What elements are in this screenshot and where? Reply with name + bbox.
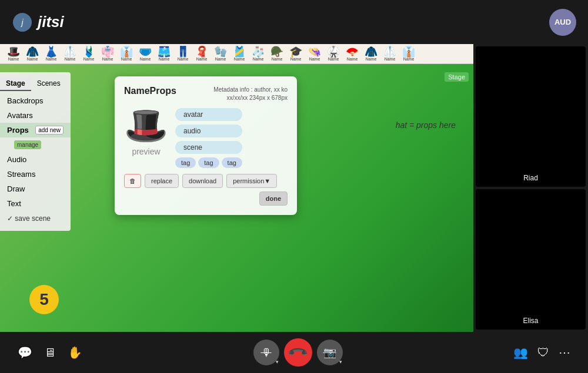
costume-item[interactable]: 🩲 Name [136, 46, 154, 61]
costume-item[interactable]: 👒 Name [306, 46, 323, 61]
jitsi-logo-icon: j [12, 12, 33, 33]
raise-hand-button[interactable]: ✋ [68, 345, 82, 359]
props-metadata: Metadata info : author, xx ko xx/xx/xx 2… [213, 86, 288, 102]
tag2-button[interactable]: tag [198, 157, 219, 168]
audio-category-button[interactable]: audio [175, 125, 242, 137]
props-name: NameProps [124, 86, 176, 102]
sidebar-item-backdrops[interactable]: Backdrops [0, 93, 71, 108]
participant-name-riad: Riad [519, 173, 543, 183]
bottom-bar: 💬 🖥 ✋ 🎙 ▾ 📞 📷 ▾ 👥 [0, 332, 588, 373]
tag3-button[interactable]: tag [222, 157, 242, 168]
microphone-muted-icon: 🎙 [261, 347, 272, 359]
done-button[interactable]: done [259, 191, 288, 206]
camera-off-icon: 📷 [323, 346, 336, 359]
more-options-button[interactable]: ⋯ [559, 345, 570, 359]
user-avatar-button[interactable]: AUD [549, 9, 576, 36]
stage-panel: 🎩 Name 🧥 Name 👗 Name 🥼 Name 🩱 Name 👘 [0, 44, 473, 332]
sidebar-item-audio[interactable]: Audio [0, 152, 71, 167]
video-panel-elisa: Elisa [476, 189, 586, 330]
main-area: 🎩 Name 🧥 Name 👗 Name 🥼 Name 🩱 Name 👘 [0, 44, 588, 332]
right-video-panels: Riad Elisa [473, 44, 588, 332]
props-content: 🎩 preview avatar audio scene tag tag tag [124, 108, 288, 168]
mute-button[interactable]: 🎙 ▾ [253, 340, 279, 365]
costume-item[interactable]: 🎽 Name [230, 46, 248, 61]
bottom-right-controls: 👥 🛡 ⋯ [513, 345, 570, 359]
costume-item[interactable]: 🥋 Name [325, 46, 342, 61]
sidebar-item-props-manage[interactable]: manage [0, 137, 71, 152]
add-new-prop-button[interactable]: add new [35, 126, 64, 135]
costume-item[interactable]: 🧣 Name [193, 46, 211, 61]
costume-item[interactable]: 👖 Name [174, 46, 192, 61]
tag1-button[interactable]: tag [175, 157, 196, 168]
hat-label: hat = props here [396, 120, 456, 130]
costume-item[interactable]: 🧦 Name [249, 46, 267, 61]
props-modal: NameProps Metadata info : author, xx ko … [115, 76, 297, 215]
participant-name-elisa: Elisa [518, 315, 543, 326]
hat-preview-icon: 🎩 [124, 108, 168, 143]
avatar-category-button[interactable]: avatar [175, 108, 242, 121]
bottom-center-controls: 🎙 ▾ 📞 📷 ▾ [253, 338, 343, 367]
screen-share-button[interactable]: 🖥 [44, 345, 56, 359]
chat-icon: 💬 [18, 345, 32, 359]
costume-item[interactable]: 🩳 Name [155, 46, 173, 61]
props-category-buttons: avatar audio scene tag tag tag [175, 108, 242, 168]
security-button[interactable]: 🛡 [537, 346, 549, 359]
preview-label: preview [132, 147, 160, 156]
costume-item[interactable]: 👗 Name [42, 46, 60, 61]
costume-item[interactable]: 🎓 Name [287, 46, 305, 61]
delete-prop-button[interactable]: 🗑 [124, 174, 141, 188]
costume-item[interactable]: 👘 Name [99, 46, 116, 61]
tab-scenes[interactable]: Scenes [31, 77, 66, 91]
costume-item[interactable]: 🩱 Name [80, 46, 98, 61]
top-bar: j jitsi AUD [0, 0, 588, 44]
logo: j jitsi [12, 12, 64, 33]
tags-row: tag tag tag [175, 157, 242, 168]
participants-button[interactable]: 👥 [513, 345, 528, 359]
sidebar-item-text[interactable]: Text [0, 196, 71, 211]
mute-chevron-icon: ▾ [276, 359, 279, 365]
hat-costume[interactable]: 🎩 Name [5, 46, 22, 61]
costume-item[interactable]: 🥼 Name [61, 46, 79, 61]
download-button[interactable]: download [182, 174, 223, 188]
manage-props-button[interactable]: manage [14, 140, 41, 149]
end-call-button[interactable]: 📞 [284, 338, 312, 367]
scene-category-button[interactable]: scene [175, 141, 242, 154]
bottom-left-controls: 💬 🖥 ✋ [18, 345, 82, 359]
sidebar-item-draw[interactable]: Draw [0, 182, 71, 196]
more-options-icon: ⋯ [559, 345, 570, 359]
costume-item[interactable]: 🧥 Name [24, 46, 41, 61]
tab-stage[interactable]: Stage [0, 77, 31, 91]
save-scene-button[interactable]: ✓ save scene [0, 211, 71, 226]
costume-item[interactable]: 🧥 Name [362, 46, 380, 61]
costume-item[interactable]: 👔 Name [118, 46, 135, 61]
props-modal-header: NameProps Metadata info : author, xx ko … [124, 86, 288, 102]
permission-button[interactable]: permission▼ [226, 174, 277, 188]
replace-button[interactable]: replace [145, 174, 179, 188]
app-title: jitsi [38, 13, 64, 31]
costume-item[interactable]: 🪭 Name [343, 46, 361, 61]
sidebar: Stage Scenes Backdrops Avatars Props add… [0, 72, 71, 231]
costume-item[interactable]: 🧤 Name [212, 46, 229, 61]
shield-icon: 🛡 [537, 346, 549, 359]
video-off-button[interactable]: 📷 ▾ [317, 340, 343, 365]
video-chevron-icon: ▾ [339, 359, 342, 365]
sidebar-tabs: Stage Scenes [0, 77, 71, 91]
costume-item[interactable]: 👔 Name [400, 46, 417, 61]
video-panel-riad: Riad [476, 46, 586, 187]
hat-icon: 🎩 [7, 46, 20, 57]
raise-hand-icon: ✋ [68, 345, 82, 359]
screen-share-icon: 🖥 [44, 346, 56, 359]
stage-number-badge: 5 [29, 285, 59, 314]
sidebar-item-streams[interactable]: Streams [0, 167, 71, 182]
participants-icon: 👥 [513, 345, 528, 359]
sidebar-item-props[interactable]: Props add new [0, 123, 71, 137]
sidebar-item-avatars[interactable]: Avatars [0, 108, 71, 123]
costume-item[interactable]: 🪖 Name [268, 46, 286, 61]
end-call-icon: 📞 [287, 341, 309, 363]
costume-item[interactable]: 🥼 Name [381, 46, 399, 61]
props-actions: 🗑 replace download permission▼ done [124, 174, 288, 206]
chat-button[interactable]: 💬 [18, 345, 32, 359]
props-preview-area: 🎩 preview [124, 108, 168, 156]
costumes-strip: 🎩 Name 🧥 Name 👗 Name 🥼 Name 🩱 Name 👘 [0, 44, 473, 64]
